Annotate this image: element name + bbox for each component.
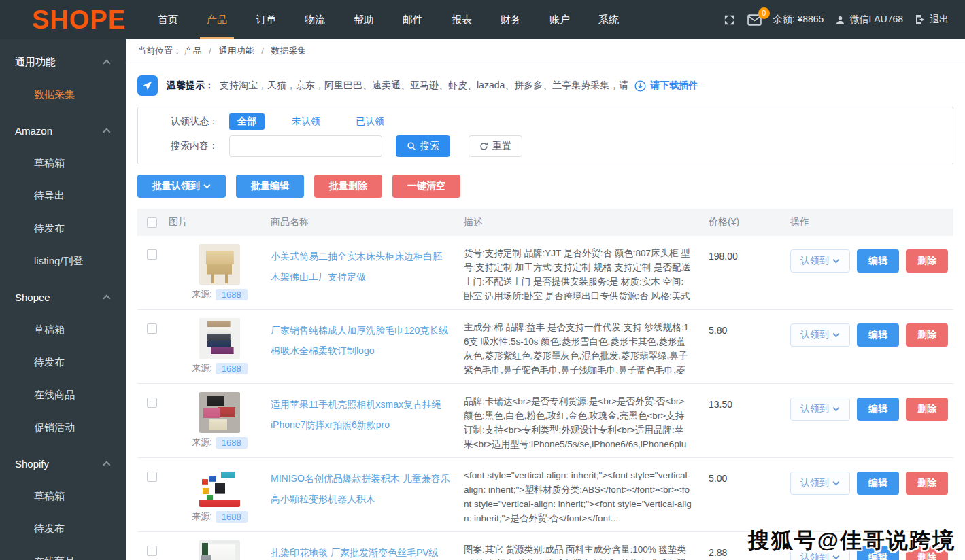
logout-button[interactable]: 退出 xyxy=(915,14,949,26)
row-checkbox[interactable] xyxy=(147,472,157,482)
nav-item[interactable]: 邮件 xyxy=(388,0,437,39)
bulk-action-button[interactable]: 批量编辑 xyxy=(236,175,304,198)
breadcrumb-label: 当前位置： xyxy=(137,46,182,56)
sidebar-item[interactable]: Amazon xyxy=(0,114,126,147)
nav-item[interactable]: 首页 xyxy=(143,0,192,39)
reset-button[interactable]: 重置 xyxy=(469,135,522,157)
claim-to-button[interactable]: 认领到 xyxy=(790,249,850,273)
product-name-link[interactable]: 小美式简易二抽全实木床头柜床边柜白胚木架佛山工厂支持定做 xyxy=(271,244,450,287)
edit-button[interactable]: 编辑 xyxy=(857,472,899,495)
sidebar-item[interactable]: 促销活动 xyxy=(0,411,126,444)
bulk-action-button[interactable]: 批量删除 xyxy=(314,175,382,198)
claim-status-option[interactable]: 全部 xyxy=(229,113,265,130)
user-menu[interactable]: 微信LAU768 xyxy=(835,14,903,26)
col-header-actions: 操作 xyxy=(790,216,953,228)
table-body: 来源: 1688 小美式简易二抽全实木床头柜床边柜白胚木架佛山工厂支持定做 货号… xyxy=(137,236,953,560)
product-name-link[interactable]: MINISO名创优品爆款拼装积木 儿童兼容乐高小颗粒变形机器人积木 xyxy=(271,466,450,509)
table-header: 图片 商品名称 描述 价格(¥) 操作 xyxy=(137,209,953,236)
mail-icon[interactable]: 0 xyxy=(747,14,762,26)
sidebar-item[interactable]: 草稿箱 xyxy=(0,147,126,179)
chevron-up-icon xyxy=(103,461,110,468)
sidebar-item[interactable]: 待发布 xyxy=(0,212,126,245)
claim-status-option[interactable]: 已认领 xyxy=(348,113,392,130)
download-plugin-link[interactable]: 请下载插件 xyxy=(650,80,698,92)
product-image[interactable] xyxy=(199,318,240,359)
bulk-action-button[interactable]: 批量认领到 xyxy=(137,175,226,198)
nav-item[interactable]: 帮助 xyxy=(339,0,388,39)
col-header-image: 图片 xyxy=(169,216,271,228)
bulk-action-button[interactable]: 一键清空 xyxy=(392,175,460,198)
breadcrumb-part[interactable]: 通用功能 xyxy=(219,46,254,56)
product-image[interactable] xyxy=(199,392,240,433)
app-logo[interactable]: SHOPE xyxy=(0,0,143,39)
product-description: 货号:支持定制 品牌:YJT 是否外贸:否 颜色:807床头柜 型号:支持定制 … xyxy=(464,244,709,302)
delete-button[interactable]: 删除 xyxy=(906,398,948,421)
nav-item[interactable]: 订单 xyxy=(241,0,290,39)
sidebar-item[interactable]: 草稿箱 xyxy=(0,313,126,346)
nav-item[interactable]: 产品 xyxy=(192,0,241,39)
sidebar-item[interactable]: 在线商品 xyxy=(0,545,126,560)
nav-item[interactable]: 财务 xyxy=(486,0,535,39)
sidebar-item[interactable]: listing/刊登 xyxy=(0,245,126,277)
source-badge: 1688 xyxy=(216,289,248,300)
claim-to-button[interactable]: 认领到 xyxy=(790,472,850,495)
edit-button[interactable]: 编辑 xyxy=(857,323,899,347)
sidebar-item[interactable]: 通用功能 xyxy=(0,46,126,78)
send-icon xyxy=(137,75,158,96)
delete-button[interactable]: 删除 xyxy=(906,472,948,495)
sidebar-item[interactable]: 草稿箱 xyxy=(0,480,126,512)
sidebar-item[interactable]: 待发布 xyxy=(0,346,126,379)
chevron-up-icon xyxy=(103,128,110,135)
bulk-actions: 批量认领到 批量编辑 批量删除 一键清空 xyxy=(126,164,965,209)
row-checkbox[interactable] xyxy=(147,546,157,556)
fullscreen-icon[interactable] xyxy=(723,14,736,27)
search-label: 搜索内容： xyxy=(138,140,218,152)
product-image[interactable] xyxy=(199,540,240,560)
person-icon xyxy=(835,15,845,25)
nav-item[interactable]: 系统 xyxy=(584,0,633,39)
claim-to-button[interactable]: 认领到 xyxy=(790,323,850,347)
table-row: 来源: 1688 适用苹果11手机壳照相机xsmax复古挂绳iPhone7防摔x… xyxy=(137,384,953,458)
row-checkbox[interactable] xyxy=(147,398,157,408)
nav-item[interactable]: 物流 xyxy=(290,0,339,39)
sidebar-item[interactable]: 待导出 xyxy=(0,179,126,212)
sidebar-item[interactable]: 在线商品 xyxy=(0,379,126,411)
chevron-up-icon xyxy=(103,294,110,302)
nav-item[interactable]: 账户 xyxy=(535,0,584,39)
table-row: 来源: 1688 MINISO名创优品爆款拼装积木 儿童兼容乐高小颗粒变形机器人… xyxy=(137,458,953,532)
col-header-desc: 描述 xyxy=(464,216,709,228)
product-image[interactable] xyxy=(199,244,240,285)
row-checkbox[interactable] xyxy=(147,249,157,260)
row-checkbox[interactable] xyxy=(147,323,157,334)
nav-item[interactable]: 报表 xyxy=(437,0,486,39)
col-header-price: 价格(¥) xyxy=(709,216,790,228)
product-name-link[interactable]: 厂家销售纯棉成人加厚洗脸毛巾120克长绒棉吸水全棉柔软订制logo xyxy=(271,318,450,361)
product-price: 5.00 xyxy=(709,466,790,484)
edit-button[interactable]: 编辑 xyxy=(857,398,899,421)
delete-button[interactable]: 删除 xyxy=(906,323,948,347)
sidebar-item[interactable]: 数据采集 xyxy=(0,78,126,111)
breadcrumb-part[interactable]: 数据采集 xyxy=(271,46,306,56)
edit-button[interactable]: 编辑 xyxy=(857,249,899,273)
product-name-link[interactable]: 适用苹果11手机壳照相机xsmax复古挂绳iPhone7防摔xr拍照6新款pro xyxy=(271,392,450,435)
product-description: 主成分:棉 品牌:益丰 是否支持一件代发:支持 纱线规格:16支 吸水性:5s-… xyxy=(464,318,709,377)
claim-status-label: 认领状态： xyxy=(138,116,218,128)
sidebar-item[interactable]: 待发布 xyxy=(0,512,126,545)
source-line: 来源: 1688 xyxy=(192,436,248,449)
breadcrumb-part[interactable]: 产品 xyxy=(184,46,202,56)
search-input[interactable] xyxy=(229,135,382,157)
source-badge: 1688 xyxy=(216,437,248,449)
claim-status-option[interactable]: 未认领 xyxy=(284,113,328,130)
product-name-link[interactable]: 扎染印花地毯 厂家批发渐变色丝毛PV绒 客厅书房床边卧室地毯地垫 xyxy=(271,540,450,560)
tip-text: 支持淘宝，天猫，京东，阿里巴巴、速卖通、亚马逊、虾皮、lazada、拼多多、兰亭… xyxy=(220,80,628,92)
sidebar-item[interactable]: Shopify xyxy=(0,447,126,480)
products-table: 图片 商品名称 描述 价格(¥) 操作 来源: 1688 xyxy=(137,209,953,560)
search-button[interactable]: 搜索 xyxy=(396,135,450,157)
sidebar-item[interactable]: Shopee xyxy=(0,281,126,313)
claim-to-button[interactable]: 认领到 xyxy=(790,398,850,421)
main-content: 当前位置： 产品 / 通用功能 / 数据采集 温馨提示： 支持淘宝，天猫，京东，… xyxy=(126,39,965,560)
filter-panel: 认领状态： 全部 未认领 已认领 搜索内容： 搜索 重置 xyxy=(137,107,953,164)
delete-button[interactable]: 删除 xyxy=(906,249,948,273)
product-image[interactable] xyxy=(199,466,240,507)
select-all-checkbox[interactable] xyxy=(147,217,157,228)
